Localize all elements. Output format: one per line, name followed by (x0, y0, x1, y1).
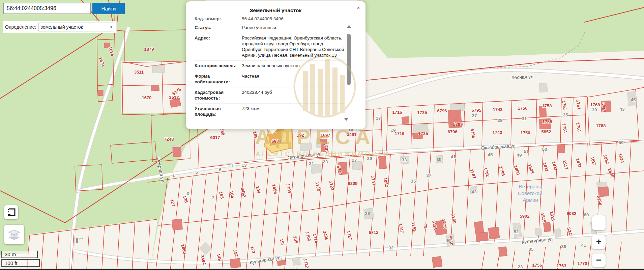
scroll-down-icon[interactable] (344, 118, 349, 121)
definition-panel: Определение: земельный участок ▾ (3, 21, 117, 33)
row-value: 240238.44 руб (242, 89, 345, 101)
popup-body[interactable]: Кад. номер: 56:44:0244005:3496 Статус: Р… (195, 17, 345, 126)
row-value: 56:44:0244005:3496 (242, 17, 345, 22)
row-value: 723 кв.м (242, 106, 345, 117)
row-value: Российская Федерация, Оренбургская облас… (242, 35, 345, 58)
scale-meters: 30 m (1, 251, 38, 258)
measure-icon (5, 207, 17, 218)
popup-title: Земельный участок (186, 1, 365, 14)
search-input[interactable] (3, 3, 91, 14)
zoom-in-button[interactable]: + (592, 235, 606, 249)
popup-row-status: Статус: Ранее учтенный (195, 23, 345, 33)
search-bar: Найти (3, 3, 125, 14)
zoom-out-button[interactable]: − (592, 253, 606, 267)
row-label: Кадастровая стоимость: (195, 89, 242, 101)
popup-row-clipped: Кад. номер: 56:44:0244005:3496 (195, 17, 345, 23)
scale-control: 30 m 100 ft (1, 251, 40, 267)
search-button[interactable]: Найти (92, 3, 125, 14)
definition-value: земельный участок (40, 24, 83, 30)
close-icon[interactable]: × (357, 5, 360, 11)
row-value: Ранее учтенный (242, 25, 345, 30)
popup-scrollbar[interactable] (347, 25, 351, 121)
definition-label: Определение: (5, 24, 36, 30)
row-label: Категория земель: (195, 63, 242, 69)
row-label: Форма собственности: (195, 73, 242, 85)
measure-button[interactable] (4, 205, 18, 219)
layers-button[interactable] (4, 225, 24, 244)
parcel-info-popup: Земельный участок × Кад. номер: 56:44:02… (186, 1, 365, 129)
popup-row-area: Уточненная площадь: 723 кв.м (195, 104, 345, 119)
popup-row-address: Адрес: Российская Федерация, Оренбургска… (195, 33, 345, 61)
map-stage: 1879351116703512517572486017693419216973… (0, 0, 644, 270)
popup-pointer (268, 128, 278, 134)
definition-select[interactable]: земельный участок ▾ (38, 23, 114, 31)
layers-icon (7, 228, 22, 241)
popup-row-ownership: Форма собственности: Частная (195, 71, 345, 87)
extra-map-button[interactable] (592, 215, 606, 230)
chevron-down-icon: ▾ (110, 25, 112, 29)
popup-row-category: Категория земель: Земли населенных пункт… (195, 61, 345, 71)
row-value: Частная (242, 73, 345, 85)
scrollbar-thumb[interactable] (347, 34, 351, 85)
row-value: Земли населенных пунктов (242, 63, 345, 69)
row-label: Адрес: (195, 35, 242, 58)
scroll-up-icon[interactable] (347, 25, 351, 28)
row-label: Уточненная площадь: (195, 106, 242, 117)
popup-row-cost: Кадастровая стоимость: 240238.44 руб (195, 87, 345, 104)
bottom-strip (0, 269, 644, 270)
scale-feet: 100 ft (1, 259, 40, 267)
row-label: Статус: (195, 25, 242, 30)
row-label: Кад. номер: (195, 17, 242, 22)
